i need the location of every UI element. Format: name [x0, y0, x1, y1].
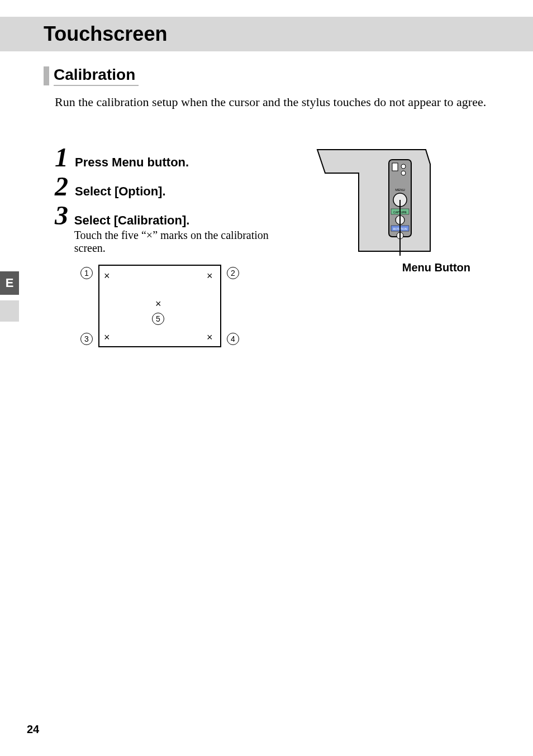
- device-illustration: MENU CAPTURE ROTATION: [314, 146, 435, 256]
- svg-point-2: [401, 164, 406, 169]
- side-tab-gap: [0, 300, 19, 322]
- section-heading: Calibration: [54, 66, 139, 86]
- page-title-band: Touchscreen: [0, 17, 533, 51]
- calibration-label-5: 5: [152, 313, 164, 325]
- calibration-x-center: ×: [155, 298, 161, 310]
- step-3: 3 Select [Calibration]. Touch the five “…: [55, 202, 295, 255]
- calibration-label-4: 4: [227, 333, 239, 345]
- step-1: 1 Press Menu button.: [55, 144, 295, 171]
- calibration-diagram: × × × × × 1 2 3 4 5: [78, 265, 263, 360]
- intro-text: Run the calibration setup when the curso…: [55, 95, 486, 109]
- steps-list: 1 Press Menu button. 2 Select [Option]. …: [55, 144, 295, 257]
- svg-rect-1: [392, 163, 398, 171]
- side-tab-letter: E: [6, 276, 14, 290]
- calibration-label-1: 1: [80, 267, 93, 279]
- step-2-number: 2: [55, 173, 75, 200]
- step-1-title: Press Menu button.: [75, 155, 189, 170]
- page-title: Touchscreen: [44, 22, 167, 46]
- menu-button-label: Menu Button: [314, 261, 470, 274]
- calibration-label-3: 3: [80, 333, 93, 345]
- calibration-label-2: 2: [227, 267, 239, 279]
- page-number: 24: [27, 723, 39, 736]
- svg-point-3: [401, 171, 406, 175]
- side-tab: E: [0, 271, 19, 295]
- step-1-number: 1: [55, 144, 75, 171]
- calibration-x-bottom-left: ×: [104, 332, 110, 343]
- step-2-title: Select [Option].: [75, 184, 166, 199]
- step-3-number: 3: [55, 202, 74, 229]
- subheader-row: Calibration: [44, 66, 139, 86]
- subheader-accent-bar: [44, 66, 49, 85]
- svg-text:MENU: MENU: [395, 188, 405, 192]
- calibration-x-top-left: ×: [104, 270, 110, 282]
- calibration-x-bottom-right: ×: [207, 332, 213, 343]
- step-3-desc: Touch the five “×” marks on the calibrat…: [74, 229, 295, 255]
- step-2: 2 Select [Option].: [55, 173, 295, 200]
- calibration-x-top-right: ×: [207, 270, 213, 282]
- step-3-title: Select [Calibration].: [74, 213, 295, 228]
- device-illustration-block: MENU CAPTURE ROTATION Menu Button: [314, 146, 482, 274]
